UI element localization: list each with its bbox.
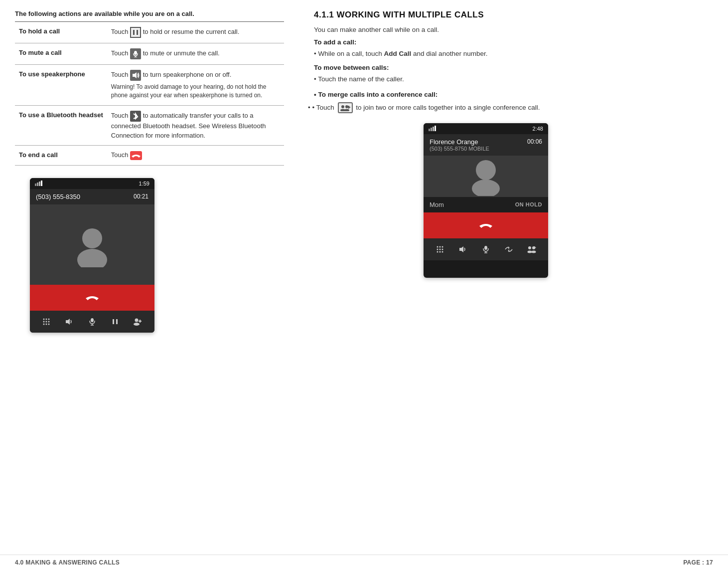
end-call-icon: [130, 151, 142, 160]
merge-icon: [338, 102, 353, 113]
call-timer-2: 00:06: [527, 138, 542, 145]
svg-rect-0: [133, 30, 135, 35]
touch-label: Touch: [111, 49, 130, 57]
footer-left: 4.0 MAKING & ANSWERING CALLS: [15, 559, 120, 566]
svg-rect-8: [39, 182, 40, 186]
speaker-btn-1[interactable]: [62, 315, 76, 329]
svg-rect-38: [431, 128, 432, 131]
add-call-heading: To add a call:: [314, 38, 713, 46]
svg-point-16: [46, 321, 47, 323]
phone-screenshot-2: 2:48 Florence Orange (503) 555-8750 MOBI…: [424, 123, 548, 278]
svg-point-19: [46, 324, 47, 325]
status-bar-2: 2:48: [424, 123, 548, 134]
action-label: To mute a call: [15, 43, 107, 65]
svg-marker-52: [459, 246, 463, 252]
svg-rect-25: [113, 319, 114, 324]
page-footer: 4.0 MAKING & ANSWERING CALLS PAGE : 17: [0, 555, 728, 570]
caller-info-2: Florence Orange (503) 555-8750 MOBILE: [430, 138, 489, 152]
merge-calls-btn[interactable]: [525, 242, 539, 256]
action-description: Touch to turn speakerphone on or off. Wa…: [107, 65, 284, 106]
caller-sub-2: (503) 555-8750 MOBILE: [430, 146, 489, 152]
merge-heading: • To merge calls into a conference call:: [314, 91, 713, 98]
touch-label: Touch: [111, 112, 130, 119]
on-hold-bar: Mom ON HOLD: [424, 197, 548, 212]
svg-point-22: [91, 318, 94, 322]
hold-btn-1[interactable]: [108, 315, 122, 329]
svg-rect-26: [116, 319, 118, 324]
footer-right: PAGE : 17: [683, 559, 713, 566]
content-area: The following actions are available whil…: [0, 0, 728, 555]
action-bar-2: [424, 238, 548, 260]
table-row: To end a call Touch: [15, 146, 284, 166]
svg-point-2: [134, 51, 137, 55]
svg-point-44: [439, 246, 441, 247]
right-section: 4.1.1 WORKING WITH MULTIPLE CALLS You ca…: [304, 10, 713, 550]
svg-rect-1: [137, 30, 138, 35]
mute-btn-1[interactable]: [85, 315, 99, 329]
add-call-btn-1[interactable]: [131, 315, 145, 329]
speaker-icon: [130, 70, 141, 81]
svg-rect-37: [429, 129, 430, 131]
action-description: Touch: [107, 146, 284, 166]
merge-text: • Touch to join two or more calls togeth…: [314, 102, 713, 113]
end-call-button-1[interactable]: [83, 292, 101, 303]
speaker-btn-2[interactable]: [456, 242, 470, 256]
svg-rect-6: [35, 184, 36, 186]
left-section: The following actions are available whil…: [15, 10, 284, 550]
bluetooth-icon: [130, 111, 141, 122]
dialpad-icon-2[interactable]: [433, 242, 447, 256]
action-label: To use speakerphone: [15, 65, 107, 106]
end-call-bar-2: [424, 212, 548, 238]
svg-point-48: [442, 248, 443, 250]
action-description: Touch to hold or resume the current call…: [107, 22, 284, 43]
phone-screenshot-1: 1:59 (503) 555-8350 00:21: [30, 178, 154, 333]
dialpad-icon-1[interactable]: [39, 315, 53, 329]
mute-icon: [130, 48, 141, 59]
merge-touch-label: • Touch: [312, 104, 336, 111]
action-text: to hold or resume the current call.: [143, 28, 240, 35]
status-icons-1: [35, 180, 45, 187]
call-info-1: (503) 555-8350 00:21: [30, 189, 154, 204]
on-hold-name: Mom: [430, 201, 444, 208]
action-text: to turn speakerphone on or off.: [143, 71, 232, 78]
call-timer-1: 00:21: [134, 193, 148, 200]
svg-point-10: [82, 228, 102, 248]
page-container: The following actions are available whil…: [0, 0, 728, 570]
svg-point-27: [135, 319, 139, 322]
svg-point-46: [437, 248, 438, 250]
svg-point-17: [48, 321, 50, 323]
svg-point-18: [43, 324, 45, 325]
action-label: To use a Bluetooth headset: [15, 105, 107, 146]
touch-label: Touch: [111, 151, 130, 159]
svg-rect-7: [37, 183, 38, 186]
status-time-2: 2:48: [533, 126, 543, 132]
status-icons-2: [429, 125, 438, 132]
on-hold-badge: ON HOLD: [515, 201, 542, 207]
table-row: To use speakerphone Touch to turn speake…: [15, 65, 284, 106]
section-title: 4.1.1 WORKING WITH MULTIPLE CALLS: [314, 10, 713, 20]
svg-point-31: [341, 105, 344, 108]
svg-point-41: [476, 160, 496, 180]
action-text: to mute or unmute the call.: [143, 49, 220, 57]
svg-point-45: [442, 246, 443, 247]
caller-name-1: (503) 555-8350: [36, 193, 80, 200]
mute-btn-2[interactable]: [479, 242, 493, 256]
intro-text: You can make another call while on a cal…: [314, 26, 713, 33]
warning-text: Warning! To avoid damage to your hearing…: [111, 83, 280, 100]
action-bar-1: [30, 311, 154, 333]
svg-marker-5: [133, 72, 137, 78]
add-call-text: While on a call, touch Add Call and dial…: [314, 49, 713, 59]
swap-calls-btn[interactable]: [502, 242, 516, 256]
svg-point-59: [532, 250, 536, 253]
end-call-bar-1: [30, 285, 154, 311]
table-row: To hold a call Touch to hold or resume t…: [15, 22, 284, 43]
add-call-bold: Add Call: [384, 50, 412, 57]
end-call-button-2[interactable]: [477, 220, 495, 231]
avatar-area-2: [424, 156, 548, 197]
svg-point-15: [43, 321, 45, 323]
status-bar-1: 1:59: [30, 178, 154, 189]
actions-table: To hold a call Touch to hold or resume t…: [15, 21, 284, 166]
avatar-area-1: [30, 204, 154, 285]
svg-point-50: [439, 251, 441, 252]
svg-point-43: [437, 246, 438, 247]
